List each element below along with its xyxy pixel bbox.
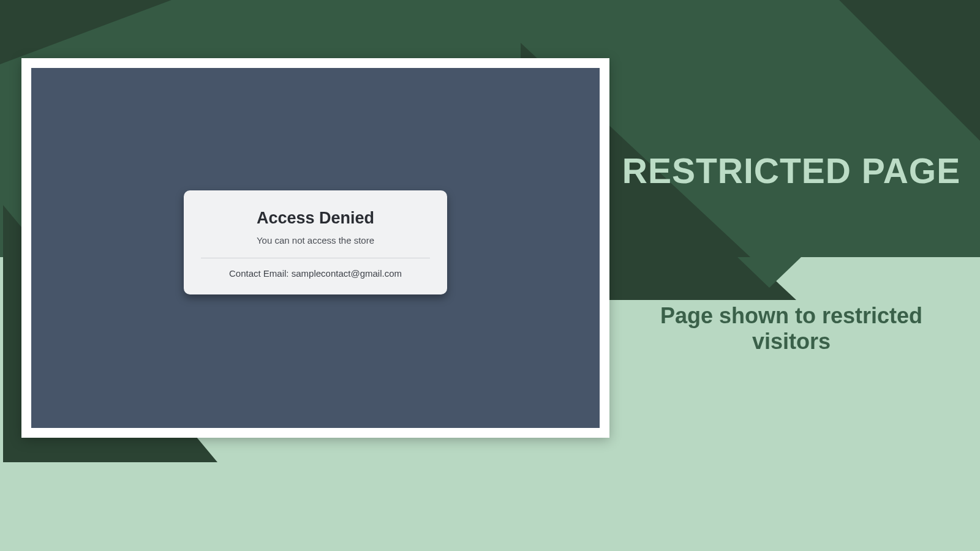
decorative-triangle-upper-left — [0, 0, 172, 64]
decorative-triangle-top-right — [839, 0, 980, 141]
access-denied-message: You can not access the store — [201, 235, 430, 246]
screenshot-frame: Access Denied You can not access the sto… — [21, 58, 609, 438]
contact-email-text: Contact Email: samplecontact@gmail.com — [201, 268, 430, 279]
restricted-page-screenshot: Access Denied You can not access the sto… — [31, 68, 600, 428]
access-denied-card: Access Denied You can not access the sto… — [184, 190, 447, 294]
access-denied-title: Access Denied — [201, 209, 430, 228]
divider — [201, 258, 430, 258]
slide-subtitle: Page shown to restricted visitors — [620, 303, 963, 355]
arrow-down-icon — [737, 257, 801, 288]
slide-heading: RESTRICTED PAGE — [620, 153, 963, 189]
